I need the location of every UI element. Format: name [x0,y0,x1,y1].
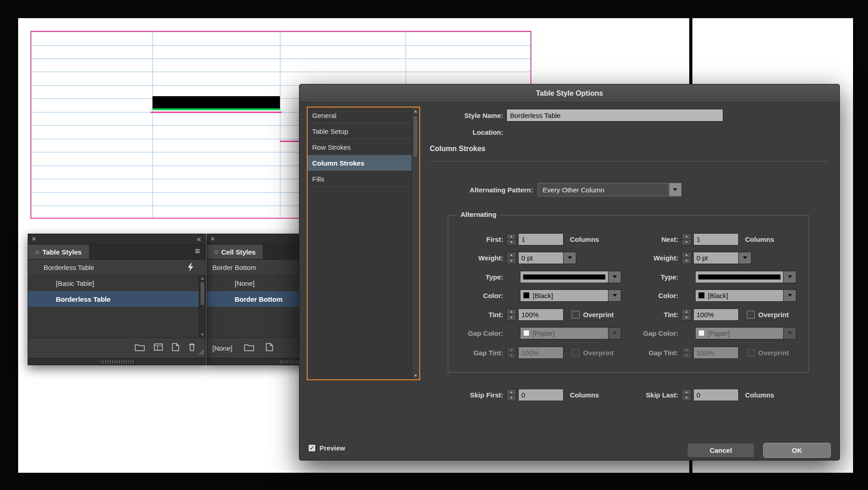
stepper-down-icon[interactable]: ▼ [507,258,516,264]
alternating-pattern-dropdown[interactable]: Every Other Column [538,183,682,196]
tab-table-styles[interactable]: ◇ Table Styles [28,245,89,259]
delete-style-trash-icon[interactable] [188,343,196,353]
list-item-label: [Basic Table] [56,279,94,287]
tint-field-right[interactable] [693,309,739,321]
dropdown-arrow-icon[interactable] [739,252,751,264]
list-item-borderless-table[interactable]: Borderless Table [28,291,206,307]
stepper-up-icon[interactable]: ▲ [682,389,691,395]
stepper-up-icon[interactable]: ▲ [507,309,516,315]
list-item-label: Border Bottom [235,295,283,303]
dialog-title-bar[interactable]: Table Style Options [299,84,839,103]
next-count-field[interactable] [693,233,739,245]
first-stepper[interactable]: ▲ ▼ [506,233,516,245]
table-grid-column-line [152,32,153,218]
category-row-strokes[interactable]: Row Strokes [308,139,412,155]
skip-last-field[interactable] [693,389,739,401]
stroke-type-dropdown-right[interactable] [695,271,796,283]
first-count-field[interactable] [518,233,564,245]
stepper-up-icon[interactable]: ▲ [507,234,516,240]
type-label: Type: [413,273,503,281]
weight-stepper-right[interactable]: ▲ ▼ [682,252,691,264]
panel-drag-grip[interactable] [101,360,133,363]
gap-color-field: [Paper] [695,327,784,339]
stepper-down-icon[interactable]: ▼ [507,395,516,401]
gap-tint-label: Gap Tint: [413,349,503,357]
list-scrollbar[interactable]: ▲ ▼ [199,275,206,338]
stepper-up-icon[interactable]: ▲ [507,252,516,258]
dropdown-arrow-icon[interactable] [564,252,576,264]
tint-stepper-right[interactable]: ▲ ▼ [682,309,691,321]
dropdown-arrow-icon[interactable] [669,183,682,196]
stroke-color-dropdown-right[interactable]: [Black] [695,289,796,302]
gap-color-value: [Paper] [533,329,554,337]
stepper-up-icon[interactable]: ▲ [682,309,691,315]
resize-grip-icon[interactable] [199,349,204,357]
overprint-label: Overprint [758,311,789,318]
scroll-down-icon[interactable]: ▼ [199,333,206,337]
stepper-down-icon[interactable]: ▼ [682,258,691,264]
stepper-down-icon[interactable]: ▼ [682,395,691,401]
category-column-strokes[interactable]: Column Strokes [308,155,412,171]
color-field[interactable]: [Black] [695,289,784,302]
scroll-thumb[interactable] [200,282,205,305]
skip-first-field[interactable] [518,389,564,401]
style-group-folder-icon[interactable] [244,343,254,353]
style-group-folder-icon[interactable] [135,343,145,353]
scroll-down-icon[interactable]: ▼ [412,373,419,378]
gap-tint-field-right [693,347,739,359]
black-color-swatch [523,292,530,299]
collapse-panel-icon[interactable]: « [197,234,201,244]
tint-field-left[interactable] [518,309,564,321]
stroke-type-preview[interactable] [695,271,784,283]
tint-stepper-left[interactable]: ▲ ▼ [506,309,516,321]
category-fills[interactable]: Fills [308,171,412,187]
stepper-up-icon[interactable]: ▲ [682,252,691,258]
category-general[interactable]: General [308,108,412,123]
panel-options-icon[interactable] [154,343,163,353]
dropdown-arrow-icon[interactable] [784,271,796,283]
stepper-down-icon[interactable]: ▼ [507,240,516,245]
stepper-down-icon[interactable]: ▼ [682,240,691,245]
scroll-up-icon[interactable]: ▲ [199,276,206,280]
list-item-basic-table[interactable]: [Basic Table] [28,275,206,291]
stepper-up-icon: ▲ [682,347,691,353]
style-override-bolt-icon [187,263,194,273]
style-name-input[interactable] [506,109,723,122]
category-label: General [312,112,336,119]
new-style-icon[interactable] [172,343,179,353]
current-table-style-row[interactable]: Borderless Table [28,260,206,275]
panel-top-bar[interactable]: × « [28,234,206,245]
preview-checkbox[interactable]: ✓ [308,444,316,452]
dropdown-arrow-icon[interactable] [784,289,796,302]
ok-button[interactable]: OK [763,443,831,458]
stepper-up-icon[interactable]: ▲ [507,389,516,395]
tab-cell-styles[interactable]: ◇ Cell Styles [207,245,263,259]
category-table-setup[interactable]: Table Setup [308,123,412,139]
alternating-pattern-value[interactable]: Every Other Column [538,183,669,196]
table-grid-column-line [280,32,280,218]
preview-label: Preview [319,444,345,452]
weight-stepper-left[interactable]: ▲ ▼ [506,252,516,264]
weight-field-right[interactable] [693,252,739,264]
skip-first-stepper[interactable]: ▲ ▼ [506,389,516,401]
close-icon[interactable]: × [211,234,215,244]
close-icon[interactable]: × [32,234,36,244]
overprint-checkbox-right[interactable] [747,311,755,318]
break-link-label: [None] [212,344,232,352]
next-stepper[interactable]: ▲ ▼ [682,233,691,245]
skip-first-label: Skip First: [413,391,503,399]
stepper-down-icon[interactable]: ▼ [507,315,516,320]
skip-last-stepper[interactable]: ▲ ▼ [682,389,691,401]
section-heading: Column Strokes [430,145,485,153]
gap-overprint-label: Overprint [758,349,789,357]
cancel-button[interactable]: Cancel [687,443,755,458]
new-style-icon[interactable] [266,343,273,353]
current-table-style-label: Borderless Table [44,264,94,271]
panel-menu-icon[interactable]: ≡ [195,246,200,256]
category-label: Column Strokes [312,159,364,167]
stepper-up-icon[interactable]: ▲ [682,234,691,240]
black-color-swatch [698,292,705,299]
weight-field-left[interactable] [518,252,564,264]
stepper-down-icon[interactable]: ▼ [682,315,691,320]
overprint-checkbox-left[interactable] [572,311,579,318]
